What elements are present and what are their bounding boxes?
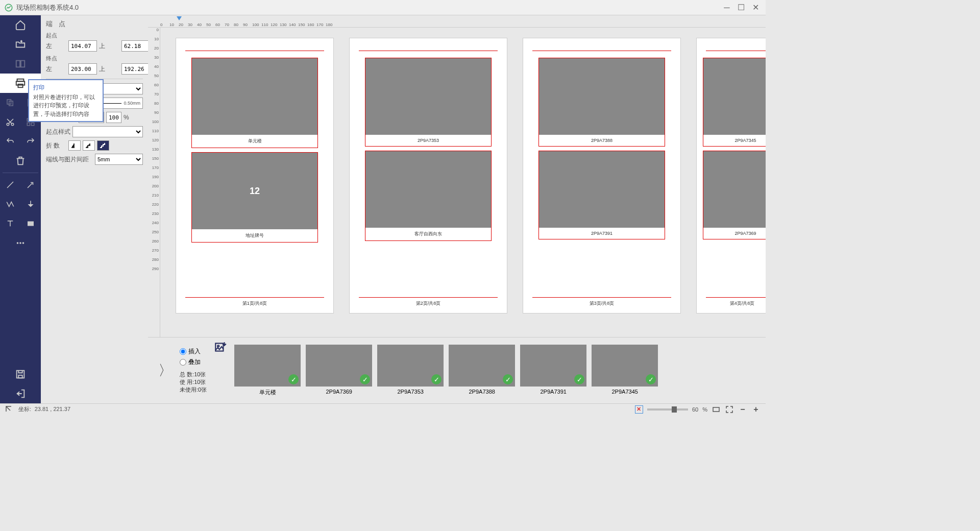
photo-caption: 2P9A7345 [703,135,766,146]
thumbnail[interactable]: ✓ [234,345,301,387]
start-left-input[interactable] [68,40,97,52]
more-tools-button[interactable] [0,233,41,253]
thumbnail[interactable]: ✓ [449,345,515,387]
close-marker-button[interactable]: ✕ [635,405,643,414]
thumbnail[interactable]: ✓ [377,345,444,387]
fullscreen-button[interactable] [725,405,734,414]
thumbnail[interactable]: ✓ [306,345,372,387]
thumbnail-strip: 〉 插入 叠加 总 数:10张 使 用:10张 未使用:0张 ✓单元楼✓2P9A… [148,337,766,403]
home-button[interactable] [0,15,41,35]
photo[interactable] [365,151,491,228]
photo-block[interactable]: 2P9A7353 [365,58,492,147]
svg-rect-12 [27,123,30,126]
photo[interactable] [539,58,665,135]
app-logo-icon [4,3,13,12]
thumbnail[interactable]: ✓ [520,345,586,387]
fit-window-button[interactable] [712,405,721,414]
mode-overlay-radio[interactable]: 叠加 [180,358,207,367]
page-number: 第3页/共8页 [523,300,680,307]
photo[interactable] [192,58,317,135]
photo-caption: 客厅自西向东 [365,228,491,240]
mode-insert-radio[interactable]: 插入 [180,347,207,356]
photo[interactable]: 12 [192,153,317,229]
thumbnail-label: 2P9A7345 [611,389,638,395]
delete-button[interactable] [0,151,41,171]
percent-label: % [124,114,129,121]
fold-1-button[interactable] [68,140,81,151]
panel-section-title: 端 点 [46,19,143,29]
thumbnail[interactable]: ✓ [592,345,658,387]
ruler-vertical: 0102030405060708090100110120130150170190… [148,28,160,337]
photo-caption: 2P9A7353 [365,135,491,146]
check-icon: ✓ [288,374,299,384]
exit-button[interactable] [0,384,41,403]
check-icon: ✓ [431,374,442,384]
coords-value: 23.81 , 221.37 [35,406,70,412]
zigzag-tool-button[interactable] [0,195,20,214]
photo-caption: 地址牌号 [192,229,317,242]
photo-block[interactable]: 客厅自西向东 [365,151,492,241]
open-folder-button[interactable] [0,35,41,54]
photo-block[interactable]: 2P9A7369 [703,151,766,239]
end-top-input[interactable] [121,63,150,75]
svg-rect-14 [28,222,34,226]
copy-button[interactable] [0,93,20,112]
page[interactable]: 2P9A7353客厅自西向东第2页/共8页 [349,38,507,313]
fold-2-button[interactable] [83,140,95,151]
thumbnail-label: 2P9A7353 [397,389,423,395]
end-left-input[interactable] [68,63,97,75]
import-photos-button[interactable] [214,341,227,354]
color-opacity-input[interactable] [106,112,121,123]
app-title: 现场照相制卷系统4.0 [16,3,721,12]
properties-panel: 端 点 起点 左 上 终点 左 上 线 线宽 0.50mm 线颜色 % [41,15,148,403]
page-number: 第1页/共8页 [176,300,333,307]
start-left-label: 左 [46,42,66,51]
pages-container[interactable]: 单元楼12地址牌号第1页/共8页2P9A7353客厅自西向东第2页/共8页2P9… [160,28,766,337]
thumbnail-label: 2P9A7369 [326,389,352,395]
zoom-out-button[interactable]: − [738,405,747,414]
down-arrow-tool-button[interactable] [20,195,41,214]
maximize-button[interactable]: ☐ [735,2,747,14]
photo-block[interactable]: 单元楼 [191,58,318,148]
thumbs-prev-button[interactable]: 〉 [158,361,173,380]
page[interactable]: 2P9A73882P9A7391第3页/共8页 [523,38,681,313]
gap-label: 端线与图片间距 [46,155,93,164]
save-button[interactable] [0,365,41,384]
photo[interactable] [703,151,766,228]
start-top-input[interactable] [121,40,150,52]
thumbnail-label: 单元楼 [259,389,276,396]
photo-caption: 单元楼 [192,135,317,148]
photo-block[interactable]: 12地址牌号 [191,152,318,243]
startstyle-select[interactable] [72,126,143,137]
photo-block[interactable]: 2P9A7345 [703,58,766,147]
photo[interactable] [703,58,766,135]
photo-block[interactable]: 2P9A7388 [538,58,665,147]
gap-select[interactable]: 5mm [95,154,143,165]
fold-3-button[interactable] [97,140,109,151]
svg-point-16 [19,242,21,244]
undo-button[interactable] [0,132,20,151]
close-button[interactable]: ✕ [749,2,762,14]
rect-tool-button[interactable] [20,214,41,233]
line-tool-button[interactable] [0,175,20,195]
photo[interactable] [365,58,491,135]
page[interactable]: 单元楼12地址牌号第1页/共8页 [176,38,334,313]
photo-block[interactable]: 2P9A7391 [538,151,665,239]
photo[interactable] [539,151,665,228]
zoom-slider[interactable] [647,408,688,411]
minimize-button[interactable]: ─ [721,2,733,14]
book-button[interactable] [0,54,41,74]
arrow-tool-button[interactable] [20,175,41,195]
text-tool-button[interactable] [0,214,20,233]
zoom-in-button[interactable]: + [751,405,761,414]
coords-icon [5,405,12,414]
zoom-value: 60 [692,406,698,413]
cut-button[interactable] [0,112,20,132]
ruler-horizontal: 0102030405060708090100110120130140150160… [148,15,766,28]
redo-button[interactable] [20,132,41,151]
page-number: 第4页/共8页 [697,300,766,307]
thumbnail-label: 2P9A7388 [469,389,495,395]
page[interactable]: 2P9A73452P9A7369第4页/共8页 [696,38,766,313]
start-top-label: 上 [99,42,119,51]
svg-rect-18 [17,371,24,378]
